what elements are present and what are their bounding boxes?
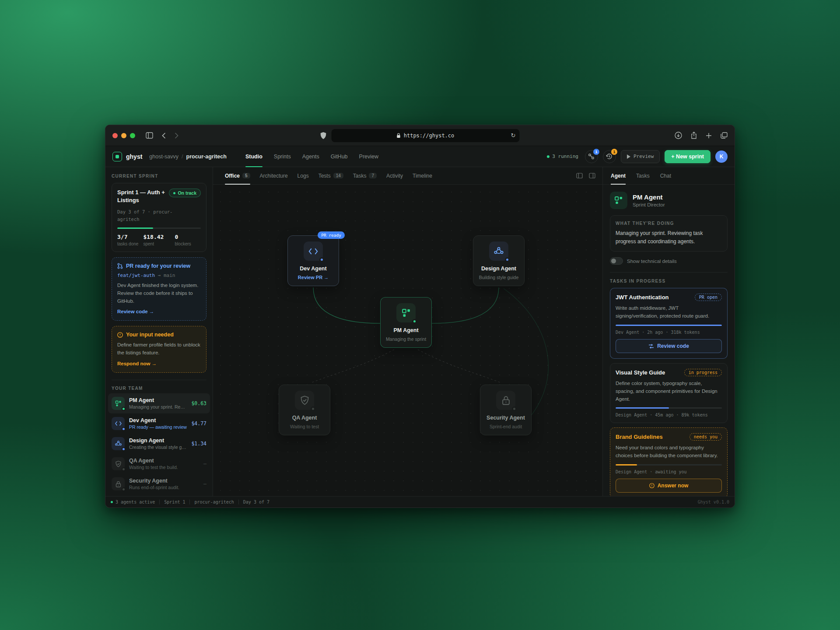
team-row-security-agent[interactable]: Security Agent Runs end-of-sprint audit.… xyxy=(108,474,210,494)
tab-tests[interactable]: Tests 14 xyxy=(314,167,348,184)
what-theyre-doing-card: WHAT THEY'RE DOING Managing your sprint.… xyxy=(610,215,728,252)
tab-activity[interactable]: Activity xyxy=(382,167,408,184)
downloads-icon[interactable] xyxy=(675,132,682,139)
team-row-qa-agent[interactable]: QA Agent Waiting to test the build. – xyxy=(108,454,210,474)
maximize-window-button[interactable] xyxy=(130,133,135,138)
team-row-design-agent[interactable]: Design Agent Creating the visual style g… xyxy=(108,434,210,454)
nav-agents[interactable]: Agents xyxy=(297,146,325,167)
sprint-card[interactable]: Sprint 1 — Auth + Listings On track Day … xyxy=(112,183,206,252)
team-agent-cost: – xyxy=(203,461,206,467)
agent-name: PM Agent xyxy=(633,193,665,201)
collapse-right-panel-icon[interactable] xyxy=(589,173,595,178)
node-qa-agent[interactable]: QA Agent Waiting to test xyxy=(279,385,330,435)
nav-github[interactable]: GitHub xyxy=(325,146,354,167)
team-row-pm-agent[interactable]: PM Agent Managing your sprint. Revie… $0… xyxy=(108,393,210,413)
task-card-brand-guidelines[interactable]: Brand Guidelines needs you Need your bra… xyxy=(610,427,728,496)
breadcrumb: ghost-savvy / procur-agritech xyxy=(149,154,227,160)
stat-blockers-value: 0 xyxy=(175,234,201,240)
team-agent-status: Runs end-of-sprint audit. xyxy=(129,485,199,490)
tasks-label: TASKS IN PROGRESS xyxy=(610,279,728,284)
panel-tab-agent[interactable]: Agent xyxy=(610,167,631,184)
breadcrumb-project[interactable]: procur-agritech xyxy=(186,154,227,160)
tab-tasks[interactable]: Tasks 7 xyxy=(348,167,382,184)
panel-tab-tasks[interactable]: Tasks xyxy=(631,167,655,184)
agents-button[interactable]: 1 xyxy=(585,150,598,163)
task-badge-pr-open: PR open xyxy=(695,294,722,301)
panel-tab-chat[interactable]: Chat xyxy=(655,167,676,184)
tab-office-badge: 5 xyxy=(242,173,250,178)
pr-ready-badge: PR ready xyxy=(318,231,345,239)
share-icon[interactable] xyxy=(691,132,697,139)
review-code-button[interactable]: Review code xyxy=(616,339,722,353)
reload-icon[interactable]: ↻ xyxy=(511,132,516,139)
ghyst-logo-icon[interactable] xyxy=(112,152,122,161)
tab-logs[interactable]: Logs xyxy=(293,167,314,184)
nav-studio[interactable]: Studio xyxy=(240,146,268,167)
url-text: https://ghyst.co xyxy=(404,133,455,139)
sprint-progress-fill xyxy=(117,228,153,229)
stat-spent-label: spent xyxy=(143,242,175,246)
respond-now-link[interactable]: Respond now → xyxy=(117,361,157,366)
review-pr-link[interactable]: Review PR → xyxy=(291,275,335,280)
nav-sprints[interactable]: Sprints xyxy=(268,146,297,167)
nav-preview[interactable]: Preview xyxy=(354,146,384,167)
task-card-jwt[interactable]: JWT Authentication PR open Write auth mi… xyxy=(610,288,728,359)
technical-details-toggle[interactable] xyxy=(610,257,623,265)
team-row-dev-agent[interactable]: Dev Agent PR ready — awaiting review $4.… xyxy=(108,413,210,434)
alert-circle-icon xyxy=(117,332,123,338)
activity-badge: 1 xyxy=(611,149,617,155)
review-code-link[interactable]: Review code → xyxy=(117,309,154,314)
stat-tasks-value: 3/7 xyxy=(117,234,143,240)
new-sprint-button[interactable]: + New sprint xyxy=(665,150,710,163)
team-agent-cost: $1.34 xyxy=(191,441,206,447)
minimize-window-button[interactable] xyxy=(121,133,126,138)
answer-now-button[interactable]: Answer now xyxy=(616,479,722,493)
task-card-visual-style-guide[interactable]: Visual Style Guide in progress Define co… xyxy=(610,363,728,423)
back-icon[interactable] xyxy=(162,133,166,139)
tab-architecture[interactable]: Architecture xyxy=(255,167,293,184)
team-section: YOUR TEAM PM Agent Managing your sprint.… xyxy=(112,380,206,494)
status-dot xyxy=(505,257,510,262)
node-design-agent[interactable]: Design Agent Building style guide xyxy=(473,235,525,286)
tab-tasks-badge: 7 xyxy=(369,173,377,178)
agent-role: Sprint Director xyxy=(633,202,665,207)
input-needed-card[interactable]: Your input needed Define farmer profile … xyxy=(112,326,206,373)
canvas-tab-bar: Office 5 Architecture Logs Tests 14 Task… xyxy=(213,167,602,185)
task-badge-needs-you: needs you xyxy=(690,433,722,441)
status-dot xyxy=(122,467,126,471)
address-bar[interactable]: https://ghyst.co ↻ xyxy=(332,129,520,142)
lock-icon xyxy=(397,133,401,138)
tab-office[interactable]: Office 5 xyxy=(220,167,255,184)
pr-review-card[interactable]: PR ready for your review feat/jwt-auth →… xyxy=(112,257,206,321)
task-progress-fill xyxy=(616,407,669,409)
alert-circle-icon xyxy=(649,483,654,488)
task-progress-bar xyxy=(616,407,722,409)
close-window-button[interactable] xyxy=(112,133,118,138)
tab-tests-badge: 14 xyxy=(333,173,343,178)
activity-history-button[interactable]: 1 xyxy=(603,150,616,163)
new-tab-icon[interactable] xyxy=(706,133,712,139)
team-agent-cost: $0.63 xyxy=(191,400,206,406)
team-agent-status: Waiting to test the build. xyxy=(129,465,199,470)
breadcrumb-org[interactable]: ghost-savvy xyxy=(149,154,178,160)
running-dot xyxy=(547,155,550,158)
browser-sidebar-icon[interactable] xyxy=(146,132,153,139)
privacy-shield-icon[interactable] xyxy=(321,132,326,139)
forward-icon[interactable] xyxy=(175,133,178,139)
team-agent-cost: $4.77 xyxy=(191,420,206,427)
office-canvas[interactable]: PR ready Dev Agent Review PR → xyxy=(213,185,602,496)
user-avatar[interactable]: K xyxy=(715,150,728,163)
tab-timeline[interactable]: Timeline xyxy=(408,167,437,184)
status-dot xyxy=(122,487,126,491)
agent-detail-panel: Agent Tasks Chat PM Agent Sprint Directo… xyxy=(602,167,735,496)
node-pm-agent[interactable]: PM Agent Managing the sprint xyxy=(380,297,432,348)
collapse-left-panel-icon[interactable] xyxy=(576,173,583,178)
play-icon xyxy=(627,154,630,159)
task-meta: Design Agent · 45m ago · 89k tokens xyxy=(616,413,722,417)
sprint-progress-bar xyxy=(117,228,201,229)
preview-button[interactable]: Preview xyxy=(621,150,660,163)
tab-overview-icon[interactable] xyxy=(721,132,728,139)
node-dev-agent[interactable]: PR ready Dev Agent Review PR → xyxy=(287,235,339,286)
node-security-agent[interactable]: Security Agent Sprint-end audit xyxy=(480,385,532,435)
team-agent-cost: – xyxy=(203,481,206,487)
